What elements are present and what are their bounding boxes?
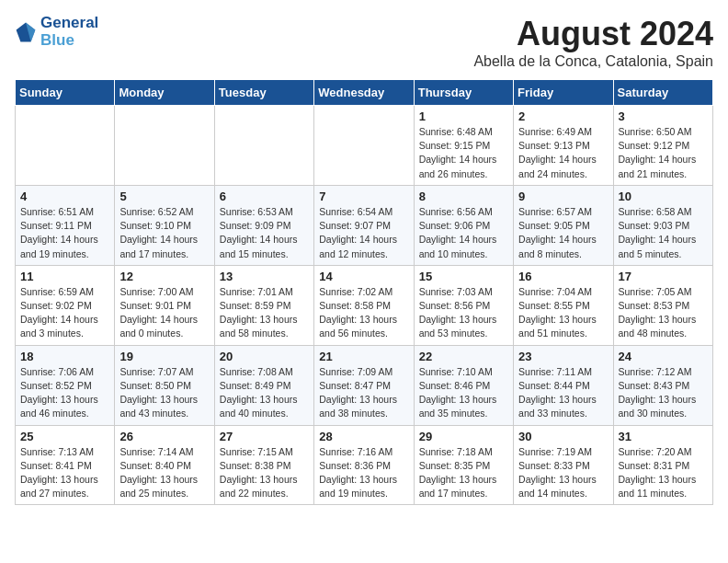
- calendar-day-cell: 11Sunrise: 6:59 AMSunset: 9:02 PMDayligh…: [16, 265, 115, 345]
- day-info: Sunrise: 7:06 AMSunset: 8:52 PMDaylight:…: [20, 365, 109, 421]
- calendar-day-cell: 4Sunrise: 6:51 AMSunset: 9:11 PMDaylight…: [16, 185, 115, 265]
- calendar-day-cell: 5Sunrise: 6:52 AMSunset: 9:10 PMDaylight…: [115, 185, 214, 265]
- weekday-header-saturday: Saturday: [613, 80, 712, 106]
- day-info: Sunrise: 7:12 AMSunset: 8:43 PMDaylight:…: [619, 365, 708, 421]
- weekday-header-friday: Friday: [514, 80, 613, 106]
- day-info: Sunrise: 6:59 AMSunset: 9:02 PMDaylight:…: [20, 285, 109, 341]
- calendar-table: SundayMondayTuesdayWednesdayThursdayFrid…: [15, 79, 713, 505]
- day-info: Sunrise: 6:50 AMSunset: 9:12 PMDaylight:…: [619, 125, 708, 181]
- day-info: Sunrise: 6:53 AMSunset: 9:09 PMDaylight:…: [220, 205, 309, 261]
- day-number: 20: [220, 350, 309, 363]
- calendar-week-row: 25Sunrise: 7:13 AMSunset: 8:41 PMDayligh…: [16, 425, 713, 505]
- day-number: 1: [419, 109, 508, 123]
- day-number: 4: [20, 190, 109, 203]
- day-info: Sunrise: 6:58 AMSunset: 9:03 PMDaylight:…: [619, 205, 708, 261]
- day-number: 14: [319, 270, 408, 283]
- day-info: Sunrise: 6:52 AMSunset: 9:10 PMDaylight:…: [119, 205, 209, 261]
- day-number: 10: [619, 190, 708, 203]
- calendar-week-row: 4Sunrise: 6:51 AMSunset: 9:11 PMDaylight…: [16, 185, 713, 265]
- day-info: Sunrise: 7:20 AMSunset: 8:31 PMDaylight:…: [619, 445, 708, 501]
- weekday-header-wednesday: Wednesday: [314, 80, 414, 106]
- calendar-day-cell: 31Sunrise: 7:20 AMSunset: 8:31 PMDayligh…: [613, 425, 712, 505]
- day-number: 15: [419, 270, 508, 283]
- day-number: 30: [518, 430, 608, 443]
- calendar-day-cell: 29Sunrise: 7:18 AMSunset: 8:35 PMDayligh…: [414, 425, 513, 505]
- calendar-day-cell: 9Sunrise: 6:57 AMSunset: 9:05 PMDaylight…: [514, 185, 613, 265]
- day-info: Sunrise: 7:15 AMSunset: 8:38 PMDaylight:…: [220, 445, 309, 501]
- calendar-day-cell: 13Sunrise: 7:01 AMSunset: 8:59 PMDayligh…: [214, 265, 313, 345]
- calendar-day-cell: 30Sunrise: 7:19 AMSunset: 8:33 PMDayligh…: [514, 425, 613, 505]
- weekday-header-tuesday: Tuesday: [214, 80, 313, 106]
- calendar-day-cell: 28Sunrise: 7:16 AMSunset: 8:36 PMDayligh…: [314, 425, 414, 505]
- calendar-day-cell: 19Sunrise: 7:07 AMSunset: 8:50 PMDayligh…: [115, 345, 214, 425]
- calendar-day-cell: 25Sunrise: 7:13 AMSunset: 8:41 PMDayligh…: [16, 425, 115, 505]
- day-info: Sunrise: 7:02 AMSunset: 8:58 PMDaylight:…: [319, 285, 408, 341]
- calendar-day-cell: 7Sunrise: 6:54 AMSunset: 9:07 PMDaylight…: [314, 185, 414, 265]
- weekday-header-monday: Monday: [115, 80, 214, 106]
- calendar-day-cell: 12Sunrise: 7:00 AMSunset: 9:01 PMDayligh…: [115, 265, 214, 345]
- calendar-day-cell: 18Sunrise: 7:06 AMSunset: 8:52 PMDayligh…: [16, 345, 115, 425]
- day-number: 9: [518, 190, 608, 203]
- day-number: 5: [119, 190, 209, 203]
- day-info: Sunrise: 7:14 AMSunset: 8:40 PMDaylight:…: [119, 445, 209, 501]
- day-number: 13: [220, 270, 309, 283]
- day-info: Sunrise: 7:05 AMSunset: 8:53 PMDaylight:…: [619, 285, 708, 341]
- day-info: Sunrise: 7:19 AMSunset: 8:33 PMDaylight:…: [518, 445, 608, 501]
- day-number: 26: [119, 430, 209, 443]
- day-info: Sunrise: 7:16 AMSunset: 8:36 PMDaylight:…: [319, 445, 408, 501]
- calendar-day-cell: 2Sunrise: 6:49 AMSunset: 9:13 PMDaylight…: [514, 106, 613, 186]
- day-number: 27: [220, 430, 309, 443]
- day-info: Sunrise: 7:09 AMSunset: 8:47 PMDaylight:…: [319, 365, 408, 421]
- calendar-day-cell: [214, 106, 313, 186]
- logo: General Blue: [15, 15, 98, 49]
- day-info: Sunrise: 7:18 AMSunset: 8:35 PMDaylight:…: [419, 445, 508, 501]
- day-number: 2: [518, 109, 608, 123]
- logo-icon: [15, 21, 37, 43]
- calendar-day-cell: [16, 106, 115, 186]
- calendar-day-cell: 26Sunrise: 7:14 AMSunset: 8:40 PMDayligh…: [115, 425, 214, 505]
- day-info: Sunrise: 7:03 AMSunset: 8:56 PMDaylight:…: [419, 285, 508, 341]
- calendar-day-cell: 17Sunrise: 7:05 AMSunset: 8:53 PMDayligh…: [613, 265, 712, 345]
- day-number: 6: [220, 190, 309, 203]
- day-number: 12: [119, 270, 209, 283]
- calendar-day-cell: 6Sunrise: 6:53 AMSunset: 9:09 PMDaylight…: [214, 185, 313, 265]
- calendar-day-cell: 10Sunrise: 6:58 AMSunset: 9:03 PMDayligh…: [613, 185, 712, 265]
- day-number: 17: [619, 270, 708, 283]
- logo-general: General: [40, 15, 98, 32]
- calendar-day-cell: 21Sunrise: 7:09 AMSunset: 8:47 PMDayligh…: [314, 345, 414, 425]
- calendar-day-cell: 15Sunrise: 7:03 AMSunset: 8:56 PMDayligh…: [414, 265, 513, 345]
- day-number: 28: [319, 430, 408, 443]
- day-number: 22: [419, 350, 508, 363]
- day-number: 21: [319, 350, 408, 363]
- day-info: Sunrise: 7:08 AMSunset: 8:49 PMDaylight:…: [220, 365, 309, 421]
- day-number: 31: [619, 430, 708, 443]
- calendar-day-cell: [314, 106, 414, 186]
- logo-blue: Blue: [40, 32, 98, 50]
- calendar-day-cell: 3Sunrise: 6:50 AMSunset: 9:12 PMDaylight…: [613, 106, 712, 186]
- calendar-week-row: 11Sunrise: 6:59 AMSunset: 9:02 PMDayligh…: [16, 265, 713, 345]
- day-info: Sunrise: 6:51 AMSunset: 9:11 PMDaylight:…: [20, 205, 109, 261]
- day-info: Sunrise: 7:01 AMSunset: 8:59 PMDaylight:…: [220, 285, 309, 341]
- weekday-header-row: SundayMondayTuesdayWednesdayThursdayFrid…: [16, 80, 713, 106]
- calendar-day-cell: 16Sunrise: 7:04 AMSunset: 8:55 PMDayligh…: [514, 265, 613, 345]
- day-info: Sunrise: 6:56 AMSunset: 9:06 PMDaylight:…: [419, 205, 508, 261]
- calendar-day-cell: 14Sunrise: 7:02 AMSunset: 8:58 PMDayligh…: [314, 265, 414, 345]
- day-number: 8: [419, 190, 508, 203]
- calendar-day-cell: [115, 106, 214, 186]
- weekday-header-sunday: Sunday: [16, 80, 115, 106]
- day-info: Sunrise: 7:10 AMSunset: 8:46 PMDaylight:…: [419, 365, 508, 421]
- calendar-day-cell: 23Sunrise: 7:11 AMSunset: 8:44 PMDayligh…: [514, 345, 613, 425]
- month-year-title: August 2024: [473, 15, 713, 53]
- day-info: Sunrise: 7:04 AMSunset: 8:55 PMDaylight:…: [518, 285, 608, 341]
- title-area: August 2024 Abella de la Conca, Cataloni…: [473, 15, 713, 70]
- calendar-day-cell: 27Sunrise: 7:15 AMSunset: 8:38 PMDayligh…: [214, 425, 313, 505]
- day-number: 11: [20, 270, 109, 283]
- day-number: 18: [20, 350, 109, 363]
- day-info: Sunrise: 7:13 AMSunset: 8:41 PMDaylight:…: [20, 445, 109, 501]
- day-number: 19: [119, 350, 209, 363]
- calendar-week-row: 1Sunrise: 6:48 AMSunset: 9:15 PMDaylight…: [16, 106, 713, 186]
- location-subtitle: Abella de la Conca, Catalonia, Spain: [473, 53, 713, 70]
- weekday-header-thursday: Thursday: [414, 80, 513, 106]
- day-number: 29: [419, 430, 508, 443]
- day-number: 3: [619, 109, 708, 123]
